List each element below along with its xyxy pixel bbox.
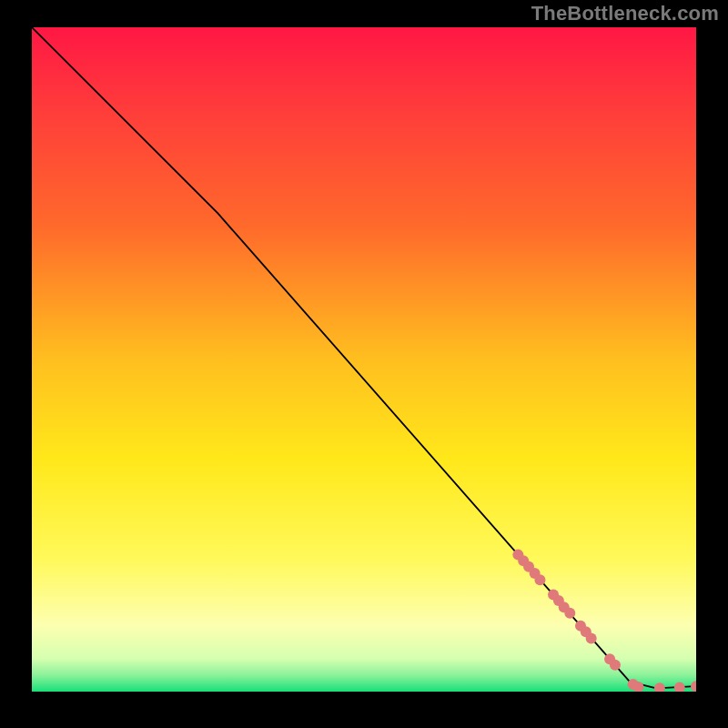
chart-stage: TheBottleneck.com [0, 0, 728, 728]
data-point [610, 660, 621, 671]
data-point [534, 574, 545, 585]
chart-svg [32, 27, 696, 692]
watermark-text: TheBottleneck.com [531, 2, 719, 25]
plot-area [32, 27, 696, 692]
data-point [564, 608, 575, 619]
data-point [586, 633, 597, 644]
